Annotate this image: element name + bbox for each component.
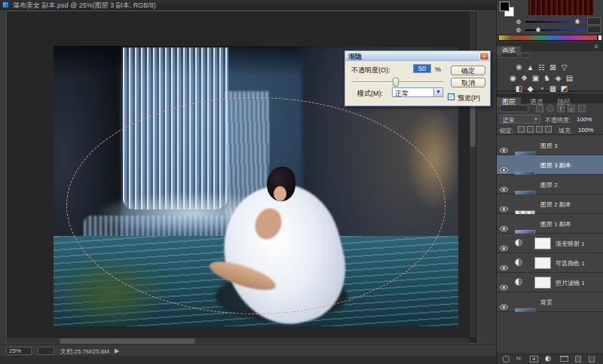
filter-type-icon[interactable]: T	[557, 105, 565, 112]
status-extra-box[interactable]	[38, 347, 54, 355]
layer-name[interactable]: 图层 2	[540, 181, 558, 189]
photoshop-window: 瀑布美女 副本.psd @ 25%(图层 3 副本, RGB/8)	[0, 0, 603, 364]
filter-smartobject-icon[interactable]	[578, 105, 586, 112]
layer-row-selected[interactable]: 图层 3 副本	[497, 155, 603, 175]
blend-mode-dropdown[interactable]: 正常 ▼	[500, 115, 540, 124]
layer-mask-thumbnail[interactable]	[534, 237, 551, 249]
layer-mask-thumbnail[interactable]	[534, 277, 551, 289]
opacity-slider-thumb[interactable]	[393, 78, 399, 87]
preset-option-box-2[interactable]	[521, 53, 530, 58]
preview-checkbox[interactable]: ✓	[448, 93, 455, 100]
layer-row[interactable]: 图层 3	[497, 136, 603, 155]
mode-label: 模式(M):	[357, 89, 383, 99]
horizontal-scrollbar-thumb[interactable]	[60, 338, 195, 344]
visibility-eye-icon[interactable]	[500, 265, 508, 271]
cancel-button[interactable]: 取消	[451, 78, 485, 87]
status-menu-arrow-icon[interactable]: ▶	[113, 347, 121, 355]
visibility-eye-icon[interactable]	[500, 148, 508, 153]
layer-name[interactable]: 图层 3 副本	[540, 161, 571, 170]
new-group-icon[interactable]	[560, 356, 568, 362]
visibility-eye-icon[interactable]	[500, 285, 508, 290]
blend-row: 正常 ▼ 不透明度: 100%	[497, 114, 603, 124]
visibility-eye-icon[interactable]	[500, 246, 508, 251]
filter-shape-icon[interactable]: ◇	[568, 105, 575, 112]
layers-opacity-value[interactable]: 100%	[577, 116, 592, 123]
visibility-eye-icon[interactable]	[500, 206, 508, 212]
new-adjustment-icon[interactable]	[545, 356, 551, 362]
adjustment-layer-row[interactable]: 渐变映射 1	[497, 234, 603, 253]
visibility-eye-icon[interactable]	[500, 187, 508, 192]
horizontal-scrollbar[interactable]	[7, 337, 469, 344]
adjustment-layer-icon[interactable]	[515, 278, 522, 286]
layer-name[interactable]: 图层 2 副本	[540, 200, 571, 209]
color-preview-noise	[528, 0, 593, 15]
visibility-eye-icon[interactable]	[500, 226, 508, 231]
layer-name[interactable]: 图层 1 副本	[540, 220, 571, 228]
combo-arrow-icon[interactable]: ▼	[433, 88, 442, 96]
preset-icon[interactable]: ▦	[547, 84, 559, 93]
preset-icon-row-3[interactable]: ◧◆◔▦◩	[513, 81, 570, 94]
panel-menu-icon[interactable]: ≣	[594, 44, 601, 50]
color-slider-track-2[interactable]	[525, 29, 584, 31]
ellipse-selection-ants[interactable]	[66, 97, 445, 314]
color-value-box-2[interactable]	[587, 26, 601, 33]
channel-swatch-2	[516, 28, 521, 32]
visibility-eye-icon[interactable]	[500, 167, 508, 173]
layer-row[interactable]: 图层 2	[497, 175, 603, 194]
preset-icon[interactable]: ◆	[525, 84, 536, 93]
preset-icon[interactable]: ◔	[536, 84, 547, 93]
fade-dialog[interactable]: 渐隐 × 不透明度(O): 50 % 模式(M): 正常 ▼ 确定 取消 ✓ 预…	[344, 50, 491, 106]
preset-icon[interactable]: ◩	[559, 84, 570, 93]
layer-name[interactable]: 图层 3	[540, 142, 558, 150]
dialog-close-button[interactable]: ×	[479, 52, 489, 60]
spectrum-white-chip[interactable]	[598, 35, 602, 41]
foreground-color-swatch[interactable]	[500, 2, 510, 11]
brush-panel-toolbar	[497, 52, 603, 59]
zoom-percent-field[interactable]: 25%	[6, 347, 32, 355]
layer-row[interactable]: 图层 2 副本	[497, 194, 603, 214]
color-slider-thumb-1[interactable]	[575, 19, 580, 24]
preset-option-box-1[interactable]	[500, 53, 518, 58]
adjustment-layer-row[interactable]: 可选颜色 1	[497, 253, 603, 273]
layer-style-fx-icon[interactable]: fx	[516, 355, 521, 362]
fill-value[interactable]: 100%	[578, 127, 593, 133]
lock-transparent-icon[interactable]	[518, 126, 525, 133]
new-layer-icon[interactable]	[575, 356, 581, 362]
adjustment-layer-icon[interactable]	[515, 258, 522, 266]
lock-pixels-icon[interactable]	[527, 126, 534, 133]
lock-all-icon[interactable]	[545, 126, 552, 133]
layers-opacity-label: 不透明度:	[545, 116, 571, 124]
delete-layer-icon[interactable]	[589, 356, 595, 362]
layer-name[interactable]: 渐变映射 1	[556, 240, 585, 248]
app-file-icon	[2, 2, 9, 8]
filter-image-icon[interactable]	[536, 105, 543, 112]
fade-dialog-titlebar[interactable]: 渐隐 ×	[345, 51, 490, 61]
layers-bottom-toolbar: fx	[497, 353, 603, 364]
layer-name[interactable]: 背景	[540, 298, 552, 307]
opacity-value-field[interactable]: 50	[413, 64, 431, 73]
background-layer-row[interactable]: 背景	[497, 292, 603, 312]
color-spectrum-ramp[interactable]	[498, 35, 598, 41]
adjustment-layer-icon[interactable]	[515, 239, 522, 246]
filter-kind-dropdown[interactable]	[500, 105, 528, 112]
add-mask-icon[interactable]	[530, 356, 538, 362]
ok-button[interactable]: 确定	[451, 66, 485, 75]
mode-combobox[interactable]: 正常 ▼	[392, 87, 443, 97]
preset-icon[interactable]: ◧	[513, 84, 525, 93]
color-slider-thumb-2[interactable]	[536, 27, 540, 32]
color-value-box-1[interactable]	[587, 17, 601, 25]
channel-swatch-1	[516, 20, 521, 24]
right-panel-dock: 画笔 ≣ ❋▲☷⊠▽ ◉❖▣♞◈▤ ◧◆◔▦◩ 图层 通道 路径	[496, 0, 603, 364]
filter-adjustment-icon[interactable]	[546, 105, 554, 112]
title-bar[interactable]: 瀑布美女 副本.psd @ 25%(图层 3 副本, RGB/8)	[0, 0, 496, 10]
layer-row[interactable]: 图层 1 副本	[497, 214, 603, 234]
layer-name[interactable]: 照片滤镜 1	[556, 279, 585, 287]
adjustment-layer-row[interactable]: 照片滤镜 1	[497, 273, 603, 292]
color-panel	[497, 0, 603, 41]
link-layers-icon[interactable]	[503, 356, 510, 362]
visibility-eye-icon[interactable]	[500, 304, 508, 310]
layers-panel: 图层 通道 路径 T ◇ 正常 ▼ 不透明度: 100%	[497, 93, 603, 364]
layer-mask-thumbnail[interactable]	[534, 257, 551, 269]
layer-name[interactable]: 可选颜色 1	[556, 259, 585, 268]
lock-position-icon[interactable]	[536, 126, 543, 133]
